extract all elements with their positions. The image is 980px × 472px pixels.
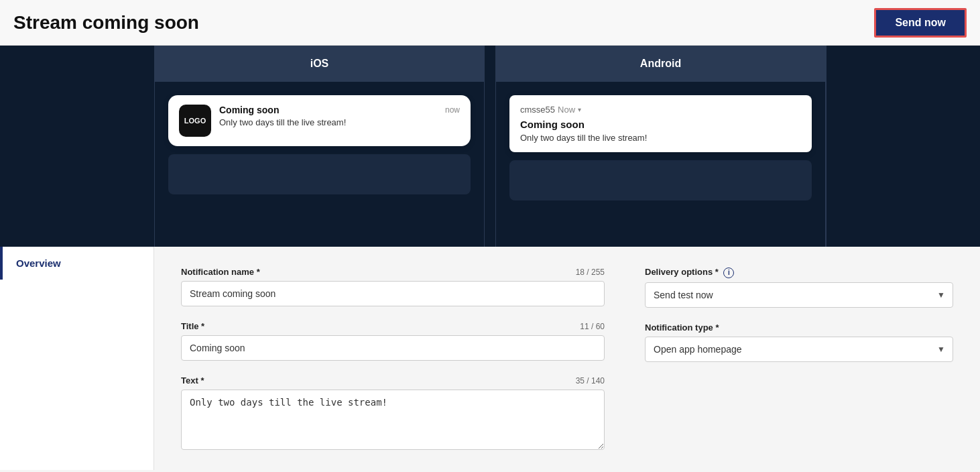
delivery-options-label-row: Delivery options * i [645,267,953,278]
notification-name-field-group: Notification name * 18 / 255 [181,267,605,306]
android-column-header: Android [496,46,825,82]
text-textarea[interactable] [181,390,605,450]
ios-bottom-placeholder [168,154,471,194]
notification-type-field-group: Notification type * Open app homepage Op… [645,322,953,362]
android-app-name: cmsse55 [520,105,555,115]
notification-type-select-wrapper: Open app homepage Open URL Open deep lin… [645,337,953,362]
title-label-row: Title * 11 / 60 [181,321,605,331]
title-counter: 11 / 60 [580,322,605,331]
ios-card-time: now [445,105,460,115]
send-now-button[interactable]: Send now [874,8,967,38]
notification-type-label: Notification type * [645,322,719,333]
android-bottom-placeholder [509,160,812,200]
delivery-options-label: Delivery options * i [645,267,734,278]
title-field-group: Title * 11 / 60 [181,321,605,361]
ios-notification-card: LOGO Coming soon now Only two days till … [168,95,471,146]
android-chevron-icon: ▾ [578,106,581,113]
preview-col-spacer [485,46,495,247]
ios-app-logo: LOGO [179,105,211,137]
text-label-row: Text * 35 / 140 [181,375,605,386]
text-field-group: Text * 35 / 140 [181,375,605,450]
text-counter: 35 / 140 [576,376,605,386]
preview-section: iOS LOGO Coming soon now Only two days t… [0,46,980,247]
sidebar-item-overview[interactable]: Overview [0,247,154,280]
form-right-column: Delivery options * i Send test now Send … [645,267,953,450]
main-content: Overview Notification name * 18 / 255 Ti… [0,247,980,470]
android-card-title: Coming soon [520,119,801,130]
android-column-body: cmsse55 Now ▾ Coming soon Only two days … [496,82,825,247]
notification-name-label: Notification name * [181,267,260,277]
form-area: Notification name * 18 / 255 Title * 11 … [154,247,980,470]
sidebar: Overview [0,247,154,470]
ios-card-title: Coming soon [219,105,279,115]
android-card-time: Now [558,105,575,115]
android-card-app-row: cmsse55 Now ▾ [520,105,801,115]
header: Stream coming soon Send now [0,0,980,46]
notification-type-select[interactable]: Open app homepage Open URL Open deep lin… [645,337,953,362]
page-title: Stream coming soon [13,12,199,34]
ios-preview-column: iOS LOGO Coming soon now Only two days t… [154,46,485,247]
ios-card-body: Only two days till the live stream! [219,117,460,127]
preview-left-pad [0,46,154,247]
preview-right-pad [826,46,980,247]
android-card-body: Only two days till the live stream! [520,133,801,143]
ios-column-header: iOS [155,46,484,82]
android-preview-column: Android cmsse55 Now ▾ Coming soon Only t… [495,46,826,247]
ios-card-top-row: Coming soon now [219,105,460,115]
delivery-options-select[interactable]: Send test now Send now Schedule [645,282,953,308]
ios-column-body: LOGO Coming soon now Only two days till … [155,82,484,247]
notification-name-counter: 18 / 255 [576,268,605,277]
text-label: Text * [181,375,204,386]
ios-card-content: Coming soon now Only two days till the l… [219,105,460,127]
notification-name-input[interactable] [181,281,605,306]
android-notification-card: cmsse55 Now ▾ Coming soon Only two days … [509,95,812,152]
delivery-options-select-wrapper: Send test now Send now Schedule ▼ [645,282,953,308]
delivery-options-info-icon[interactable]: i [723,268,734,278]
notification-type-label-row: Notification type * [645,322,953,333]
title-input[interactable] [181,335,605,361]
notification-name-label-row: Notification name * 18 / 255 [181,267,605,277]
title-label: Title * [181,321,204,331]
delivery-options-field-group: Delivery options * i Send test now Send … [645,267,953,308]
form-left-column: Notification name * 18 / 255 Title * 11 … [181,267,605,450]
